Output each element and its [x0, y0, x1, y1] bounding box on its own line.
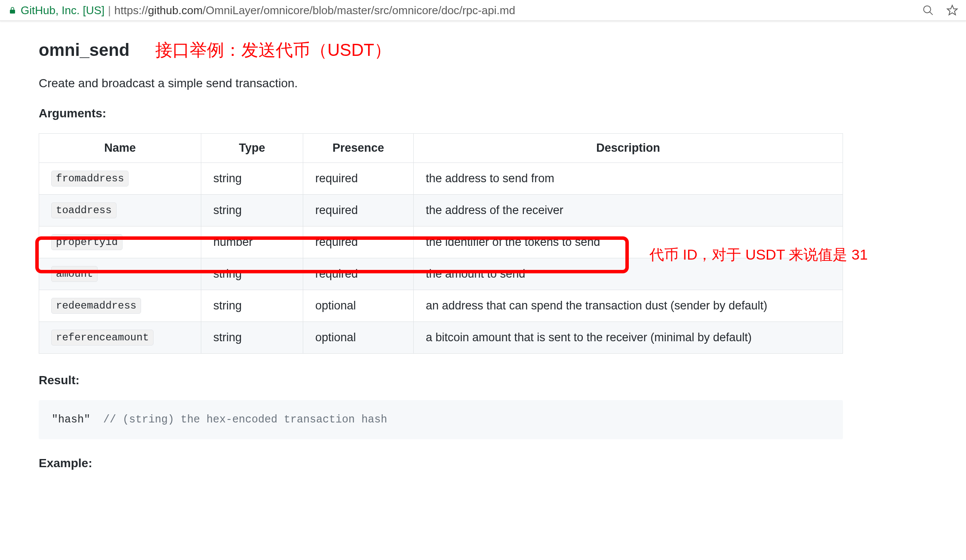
arg-presence: required	[303, 163, 414, 195]
svg-line-1	[930, 12, 933, 15]
arg-presence: optional	[303, 290, 414, 322]
col-type: Type	[201, 134, 303, 163]
result-hash: "hash"	[52, 413, 90, 426]
col-name: Name	[39, 134, 201, 163]
col-presence: Presence	[303, 134, 414, 163]
arg-description: the address to send from	[414, 163, 843, 195]
arg-name: redeemaddress	[51, 298, 141, 314]
section-description: Create and broadcast a simple send trans…	[39, 77, 927, 90]
document-body: omni_send 接口举例：发送代币（USDT） Create and bro…	[0, 21, 966, 470]
result-comment: // (string) the hex-encoded transaction …	[103, 413, 387, 426]
separator: |	[108, 4, 111, 17]
arg-type: string	[201, 163, 303, 195]
arg-type: string	[201, 290, 303, 322]
section-title: omni_send	[39, 40, 129, 60]
arg-presence: required	[303, 195, 414, 226]
table-row: redeemaddress string optional an address…	[39, 290, 843, 322]
table-row: referenceamount string optional a bitcoi…	[39, 322, 843, 354]
table-row: fromaddress string required the address …	[39, 163, 843, 195]
arg-name: toaddress	[51, 202, 117, 218]
url-protocol: https://	[114, 4, 148, 17]
highlight-annotation: 代币 ID，对于 USDT 来说值是 31	[649, 245, 868, 265]
result-code-block: "hash" // (string) the hex-encoded trans…	[39, 400, 843, 439]
arg-type: string	[201, 322, 303, 354]
arguments-table-wrap: Name Type Presence Description fromaddre…	[39, 133, 927, 354]
url-host: github.com	[148, 4, 203, 17]
site-identity: GitHub, Inc. [US]	[21, 4, 105, 17]
zoom-icon[interactable]	[922, 4, 934, 16]
arg-description: the address of the receiver	[414, 195, 843, 226]
arguments-table: Name Type Presence Description fromaddre…	[39, 133, 843, 354]
example-heading: Example:	[39, 456, 927, 470]
table-row: toaddress string required the address of…	[39, 195, 843, 226]
browser-address-bar[interactable]: GitHub, Inc. [US] | https://github.com/O…	[0, 0, 966, 21]
arg-type: number	[201, 226, 303, 258]
arg-name: referenceamount	[51, 330, 154, 346]
arg-type: string	[201, 258, 303, 290]
arg-name: fromaddress	[51, 171, 129, 187]
arg-description: an address that can spend the transactio…	[414, 290, 843, 322]
arguments-heading: Arguments:	[39, 107, 927, 120]
arg-description: a bitcoin amount that is sent to the rec…	[414, 322, 843, 354]
arg-presence: optional	[303, 322, 414, 354]
arg-type: string	[201, 195, 303, 226]
svg-marker-2	[947, 5, 957, 15]
result-heading: Result:	[39, 373, 927, 387]
lock-icon	[9, 6, 16, 15]
url-path: /OmniLayer/omnicore/blob/master/src/omni…	[203, 4, 515, 17]
star-icon[interactable]	[946, 4, 958, 16]
title-annotation: 接口举例：发送代币（USDT）	[155, 38, 391, 62]
table-head-row: Name Type Presence Description	[39, 134, 843, 163]
col-description: Description	[414, 134, 843, 163]
arg-name: amount	[51, 266, 98, 282]
url-text: https://github.com/OmniLayer/omnicore/bl…	[114, 4, 515, 17]
arg-presence: required	[303, 258, 414, 290]
arg-presence: required	[303, 226, 414, 258]
svg-point-0	[924, 6, 931, 13]
arg-name: propertyid	[51, 234, 123, 250]
